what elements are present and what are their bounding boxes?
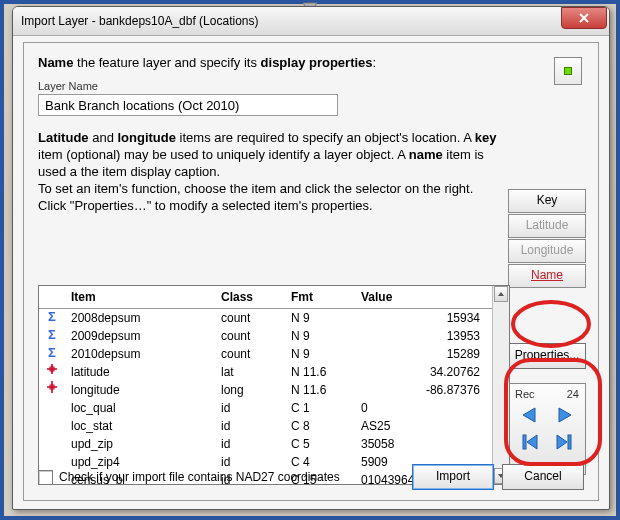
key-selector[interactable]: Key	[508, 189, 586, 213]
cell-item: longitude	[65, 381, 215, 399]
latitude-selector[interactable]: Latitude	[508, 214, 586, 238]
cell-item: upd_zip	[65, 435, 215, 453]
cell-fmt: C 8	[285, 417, 355, 435]
cell-item: loc_qual	[65, 399, 215, 417]
selector-column: Key Latitude Longitude Name Properties..…	[508, 189, 586, 475]
items-table[interactable]: Item Class Fmt Value Σ2008depsumcountN 9…	[38, 285, 510, 485]
sum-icon: Σ	[48, 309, 56, 327]
latitude-icon	[46, 363, 58, 381]
last-record-button[interactable]	[551, 433, 575, 454]
table-row[interactable]: loc_qualidC 10	[39, 399, 492, 417]
cell-fmt: C 5	[285, 435, 355, 453]
sum-icon: Σ	[48, 327, 56, 345]
caption: Name the feature layer and specify its d…	[38, 55, 584, 70]
layer-name-input[interactable]	[38, 94, 338, 116]
longitude-selector[interactable]: Longitude	[508, 239, 586, 263]
col-class[interactable]: Class	[215, 286, 285, 309]
svg-rect-1	[568, 435, 571, 449]
table-row[interactable]: loc_statidC 8AS25	[39, 417, 492, 435]
table-row[interactable]: Σ2008depsumcountN 915934	[39, 309, 492, 328]
footer: Check if your import file contains NAD27…	[38, 464, 584, 490]
nad27-label: Check if your import file contains NAD27…	[59, 470, 340, 484]
cell-value: 0	[355, 399, 492, 417]
cell-fmt: N 9	[285, 309, 355, 328]
cell-class: count	[215, 327, 285, 345]
col-fmt[interactable]: Fmt	[285, 286, 355, 309]
longitude-icon	[46, 381, 58, 399]
close-button[interactable]	[561, 7, 607, 29]
table-row[interactable]: Σ2009depsumcountN 913953	[39, 327, 492, 345]
cell-class: id	[215, 417, 285, 435]
cell-value: 15934	[355, 309, 492, 328]
cell-class: id	[215, 435, 285, 453]
table-scrollbar[interactable]	[492, 286, 509, 484]
titlebar: Import Layer - bankdeps10A_dbf (Location…	[13, 7, 609, 36]
cell-value: 34.20762	[355, 363, 492, 381]
cell-class: id	[215, 399, 285, 417]
table-row[interactable]: longitudelongN 11.6-86.87376	[39, 381, 492, 399]
cell-value: AS25	[355, 417, 492, 435]
cell-item: loc_stat	[65, 417, 215, 435]
name-selector[interactable]: Name	[508, 264, 586, 288]
col-item[interactable]: Item	[65, 286, 215, 309]
layer-name-label: Layer Name	[38, 80, 584, 92]
table-row[interactable]: Σ2010depsumcountN 915289	[39, 345, 492, 363]
svg-rect-0	[523, 435, 526, 449]
prev-record-button[interactable]	[519, 406, 543, 427]
next-record-button[interactable]	[551, 406, 575, 427]
close-icon	[579, 13, 589, 23]
cell-fmt: N 11.6	[285, 363, 355, 381]
cell-fmt: N 9	[285, 345, 355, 363]
table-row[interactable]: upd_zipidC 535058	[39, 435, 492, 453]
scroll-up-icon[interactable]	[494, 286, 508, 302]
status-indicator[interactable]	[554, 57, 582, 85]
cell-fmt: N 9	[285, 327, 355, 345]
col-value[interactable]: Value	[355, 286, 492, 309]
cell-item: 2010depsum	[65, 345, 215, 363]
cell-value: 15289	[355, 345, 492, 363]
explanation-text: Latitude and longitude items are require…	[38, 130, 498, 214]
cell-value: 13953	[355, 327, 492, 345]
cell-class: lat	[215, 363, 285, 381]
cell-item: 2008depsum	[65, 309, 215, 328]
cell-class: count	[215, 309, 285, 328]
table-header-row: Item Class Fmt Value	[39, 286, 492, 309]
record-nav-panel: Rec 24	[508, 383, 586, 475]
rec-label: Rec	[515, 388, 535, 400]
main-panel: Name the feature layer and specify its d…	[23, 42, 599, 501]
first-record-button[interactable]	[519, 433, 543, 454]
import-button[interactable]: Import	[412, 464, 494, 490]
cell-item: latitude	[65, 363, 215, 381]
properties-button[interactable]: Properties...	[508, 343, 586, 369]
cell-class: long	[215, 381, 285, 399]
cell-fmt: C 1	[285, 399, 355, 417]
cancel-button[interactable]: Cancel	[502, 464, 584, 490]
cell-class: count	[215, 345, 285, 363]
nad27-checkbox[interactable]	[38, 470, 53, 485]
sum-icon: Σ	[48, 345, 56, 363]
dialog-window: Import Layer - bankdeps10A_dbf (Location…	[12, 6, 610, 510]
cell-value: 35058	[355, 435, 492, 453]
table-row[interactable]: latitudelatN 11.634.20762	[39, 363, 492, 381]
cell-fmt: N 11.6	[285, 381, 355, 399]
cell-value: -86.87376	[355, 381, 492, 399]
window-title: Import Layer - bankdeps10A_dbf (Location…	[21, 14, 258, 28]
cell-item: 2009depsum	[65, 327, 215, 345]
rec-value: 24	[567, 388, 579, 400]
